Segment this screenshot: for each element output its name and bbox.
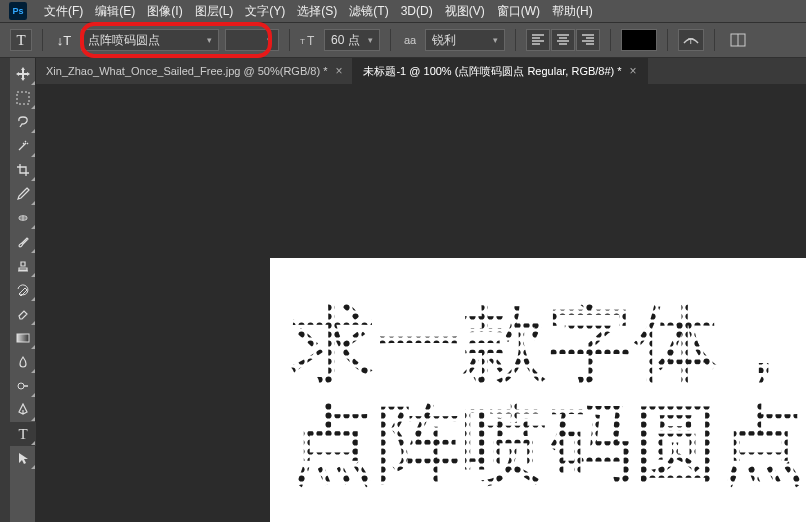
panels-button[interactable] [725, 29, 751, 51]
font-style-dropdown[interactable]: ▾ [225, 29, 279, 51]
lasso-tool[interactable] [10, 110, 36, 134]
canvas-area[interactable]: 求一款字体， 点阵喷码圆点 [36, 84, 806, 522]
font-size-icon: TT [300, 33, 318, 47]
svg-text:T: T [307, 34, 315, 47]
svg-rect-17 [270, 258, 806, 522]
eyedropper-tool[interactable] [10, 182, 36, 206]
svg-text:T: T [300, 37, 305, 46]
text-color-swatch[interactable] [621, 29, 657, 51]
chevron-down-icon: ▾ [368, 35, 373, 45]
history-brush-tool[interactable] [10, 278, 36, 302]
document-tab[interactable]: Xin_Zhao_What_Once_Sailed_Free.jpg @ 50%… [36, 58, 353, 84]
warp-text-button[interactable]: T [678, 29, 704, 51]
font-family-dropdown[interactable]: 点阵喷码圆点 ▾ [81, 29, 219, 51]
menu-layer[interactable]: 图层(L) [189, 1, 240, 22]
menu-file[interactable]: 文件(F) [38, 1, 89, 22]
chevron-down-icon: ▾ [493, 35, 498, 45]
menu-3d[interactable]: 3D(D) [395, 2, 439, 20]
healing-tool[interactable] [10, 206, 36, 230]
move-tool[interactable] [10, 62, 36, 86]
align-center-button[interactable] [551, 29, 575, 51]
menu-select[interactable]: 选择(S) [291, 1, 343, 22]
svg-rect-7 [17, 92, 29, 104]
type-tool[interactable]: T [10, 422, 36, 446]
font-size-value: 60 点 [331, 32, 360, 49]
menu-window[interactable]: 窗口(W) [491, 1, 546, 22]
chevron-down-icon: ▾ [267, 35, 272, 45]
marquee-tool[interactable] [10, 86, 36, 110]
tab-label: 未标题-1 @ 100% (点阵喷码圆点 Regular, RGB/8#) * [363, 64, 621, 79]
stamp-tool[interactable] [10, 254, 36, 278]
menu-edit[interactable]: 编辑(E) [89, 1, 141, 22]
eraser-tool[interactable] [10, 302, 36, 326]
brush-tool[interactable] [10, 230, 36, 254]
close-icon[interactable]: × [335, 64, 342, 78]
path-selection-tool[interactable] [10, 446, 36, 470]
toolbox: T [10, 58, 36, 522]
svg-text:T: T [688, 36, 694, 46]
menu-filter[interactable]: 滤镜(T) [343, 1, 394, 22]
tab-label: Xin_Zhao_What_Once_Sailed_Free.jpg @ 50%… [46, 65, 327, 77]
magic-wand-tool[interactable] [10, 134, 36, 158]
crop-tool[interactable] [10, 158, 36, 182]
menu-help[interactable]: 帮助(H) [546, 1, 599, 22]
antialias-icon: aa [401, 34, 419, 46]
close-icon[interactable]: × [630, 64, 637, 78]
photoshop-logo: Ps [6, 2, 30, 20]
align-left-button[interactable] [526, 29, 550, 51]
font-size-dropdown[interactable]: 60 点 ▾ [324, 29, 380, 51]
svg-rect-9 [17, 334, 29, 342]
pen-tool[interactable] [10, 398, 36, 422]
text-orientation-button[interactable]: ↓T [53, 29, 75, 51]
font-family-value: 点阵喷码圆点 [88, 32, 160, 49]
antialias-value: 锐利 [432, 32, 456, 49]
current-tool-icon[interactable]: T [10, 29, 32, 51]
menu-image[interactable]: 图像(I) [141, 1, 188, 22]
text-align-group [526, 29, 600, 51]
gutter [0, 58, 10, 522]
antialias-dropdown[interactable]: 锐利 ▾ [425, 29, 505, 51]
svg-text:Ps: Ps [12, 6, 23, 16]
menu-type[interactable]: 文字(Y) [239, 1, 291, 22]
blur-tool[interactable] [10, 350, 36, 374]
document-canvas[interactable]: 求一款字体， 点阵喷码圆点 [270, 258, 806, 522]
dodge-tool[interactable] [10, 374, 36, 398]
menu-view[interactable]: 视图(V) [439, 1, 491, 22]
gradient-tool[interactable] [10, 326, 36, 350]
chevron-down-icon: ▾ [207, 35, 212, 45]
align-right-button[interactable] [576, 29, 600, 51]
menu-bar: Ps 文件(F) 编辑(E) 图像(I) 图层(L) 文字(Y) 选择(S) 滤… [0, 0, 806, 22]
svg-point-10 [18, 383, 24, 389]
options-bar: T ↓T 点阵喷码圆点 ▾ ▾ TT 60 点 ▾ aa 锐利 ▾ T [0, 22, 806, 58]
document-tab[interactable]: 未标题-1 @ 100% (点阵喷码圆点 Regular, RGB/8#) * … [353, 58, 647, 84]
document-tabs: Xin_Zhao_What_Once_Sailed_Free.jpg @ 50%… [36, 58, 806, 84]
